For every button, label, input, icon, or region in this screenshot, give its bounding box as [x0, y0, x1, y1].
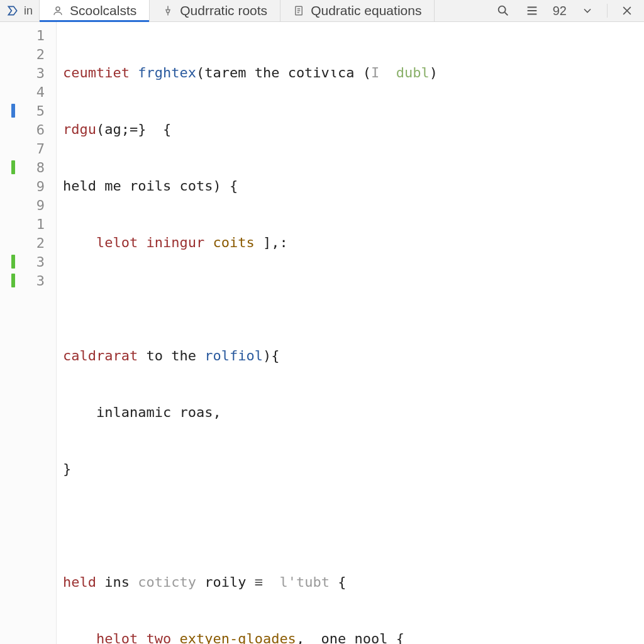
code-line: rdgu(ag;=} { [63, 120, 644, 139]
line-number: 9 [15, 197, 56, 213]
tab-qudratic-equations[interactable]: Qudratic equations [280, 0, 435, 21]
gutter-row: 9 [0, 177, 56, 196]
tab-label: Scoolcalsts [70, 3, 136, 18]
user-icon [52, 5, 64, 16]
menu-icon [525, 4, 539, 18]
tab-scoolcalsts[interactable]: Scoolcalsts [40, 0, 150, 21]
line-number: 2 [15, 235, 56, 251]
gutter-row: 6 [0, 120, 56, 139]
code-area[interactable]: ceumtiet frghtex(tarem the cotivιca (I d… [57, 22, 644, 644]
gutter-row: 1 [0, 26, 56, 45]
code-line [63, 516, 644, 535]
editor: 1 2 3 4 5 6 7 8 9 9 1 2 3 3 ceumtiet frg… [0, 22, 644, 644]
doc-icon [293, 5, 304, 16]
code-line: held ins coticty roily ≡ l'tubt { [63, 573, 644, 592]
app-root: in Scoolcalsts Qudrratic roots Qudratic … [0, 0, 644, 644]
line-number: 3 [15, 273, 56, 289]
line-number: 9 [15, 179, 56, 194]
gutter-row: 8 [0, 158, 56, 177]
svg-point-0 [56, 7, 60, 11]
line-number: 5 [15, 103, 56, 119]
code-line: } [63, 460, 644, 479]
app-logo-icon [6, 4, 19, 17]
line-number: 1 [15, 28, 56, 43]
gutter-row: 5 [0, 101, 56, 120]
toolbar-counter: 92 [550, 4, 569, 18]
tab-label: Qudratic equations [311, 3, 421, 18]
menu-button[interactable] [521, 0, 543, 21]
tab-qudrratic-roots[interactable]: Qudrratic roots [150, 0, 280, 21]
line-number: 3 [15, 254, 56, 270]
close-icon [621, 4, 633, 17]
line-number: 4 [15, 84, 56, 100]
gutter: 1 2 3 4 5 6 7 8 9 9 1 2 3 3 [0, 22, 57, 644]
gutter-row: 9 [0, 196, 56, 214]
code-line: caldrarat to the rolfiol){ [63, 347, 644, 365]
line-number: 3 [15, 65, 56, 81]
gutter-row: 7 [0, 139, 56, 158]
gutter-row: 2 [0, 233, 56, 252]
code-line: ceumtiet frghtex(tarem the cotivιca (I d… [63, 64, 644, 82]
search-icon [496, 4, 510, 18]
gutter-row: 4 [0, 82, 56, 101]
line-number: 1 [15, 216, 56, 232]
toolbar-left: in [0, 0, 40, 21]
toolbar-right: 92 [486, 0, 644, 21]
svg-point-2 [498, 6, 505, 13]
line-number: 8 [15, 160, 56, 175]
code-line [63, 290, 644, 309]
gutter-row: 3 [0, 252, 56, 271]
code-line: held me roils cots) { [63, 177, 644, 196]
gutter-row: 3 [0, 271, 56, 290]
chevron-down-icon [581, 4, 594, 17]
code-line: helot two extyen-gloades, one nool { [63, 630, 644, 644]
code-line: inlanamic roas, [63, 403, 644, 422]
toolbar: in Scoolcalsts Qudrratic roots Qudratic … [0, 0, 644, 22]
pin-icon [162, 5, 174, 16]
toolbar-left-label: in [24, 4, 33, 18]
gutter-row: 3 [0, 64, 56, 82]
close-button[interactable] [616, 0, 638, 21]
line-number: 2 [15, 47, 56, 62]
tab-strip: Scoolcalsts Qudrratic roots Qudratic equ… [40, 0, 486, 21]
line-number: 6 [15, 122, 56, 138]
search-button[interactable] [492, 0, 514, 21]
gutter-row: 2 [0, 45, 56, 64]
toolbar-divider [607, 4, 608, 18]
line-number: 7 [15, 141, 56, 157]
tab-label: Qudrratic roots [180, 3, 267, 18]
code-line: lelot iningur coits ],: [63, 233, 644, 252]
gutter-row: 1 [0, 214, 56, 233]
dropdown-button[interactable] [577, 0, 598, 21]
